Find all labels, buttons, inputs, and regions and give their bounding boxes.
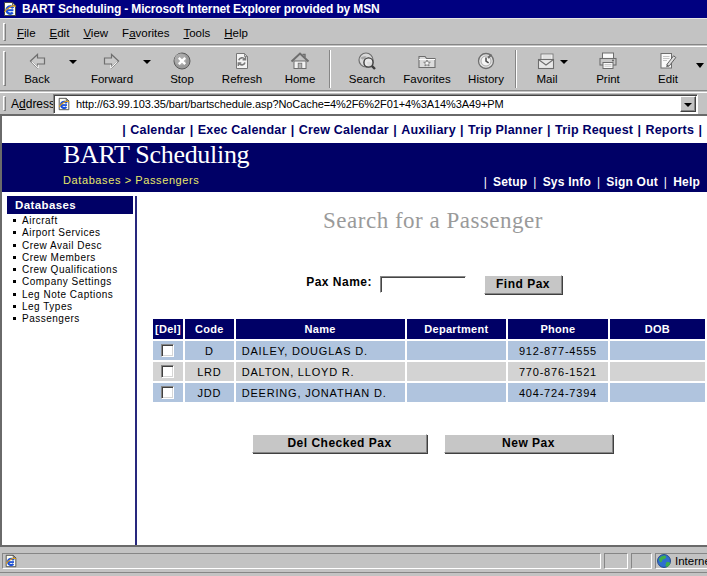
cell-code: LRD [185, 362, 234, 381]
row-checkbox[interactable] [161, 365, 174, 378]
del-checked-pax-button[interactable]: Del Checked Pax [252, 434, 427, 453]
mail-dropdown-arrow[interactable] [560, 60, 568, 64]
mail-button[interactable]: Mail [519, 49, 575, 89]
find-pax-button[interactable]: Find Pax [484, 275, 562, 294]
stop-button[interactable]: Stop [154, 49, 210, 89]
menu-help[interactable]: Help [217, 26, 255, 40]
home-button[interactable]: Home [272, 49, 328, 89]
web-page: |Calendar|Exec Calendar|Crew Calendar|Au… [2, 116, 707, 545]
cell-dob [610, 341, 705, 360]
pax-name-label: Pax Name: [222, 275, 372, 289]
menu-view[interactable]: View [76, 26, 115, 40]
forward-dropdown-arrow[interactable] [143, 60, 151, 64]
row-checkbox[interactable] [161, 344, 174, 357]
nav-trip-planner[interactable]: Trip Planner [468, 123, 543, 137]
refresh-button[interactable]: Refresh [214, 49, 270, 89]
cell-name: DALTON, LLOYD R. [236, 362, 405, 381]
bullet-icon [13, 293, 16, 296]
cell-department [407, 383, 507, 402]
cell-phone: 912-877-4555 [508, 341, 608, 360]
status-zone-pane: Internet [655, 553, 707, 569]
pax-name-input[interactable] [380, 276, 466, 293]
address-dropdown-button[interactable] [680, 96, 696, 112]
back-button[interactable]: Back [9, 49, 65, 89]
sidebar-item-crew-members[interactable]: Crew Members [13, 252, 118, 264]
banner-links: |Setup|Sys Info|Sign Out|Help [478, 175, 700, 189]
sidebar-item-label: Company Settings [22, 276, 112, 287]
sidebar-item-company-settings[interactable]: Company Settings [13, 276, 118, 288]
status-zone-label: Internet [675, 555, 707, 567]
header-del: [Del] [153, 319, 183, 339]
new-pax-button[interactable]: New Pax [444, 434, 613, 453]
header-dob: DOB [610, 319, 705, 339]
sidebar-item-passengers[interactable]: Passengers [13, 313, 118, 325]
history-icon [476, 51, 496, 71]
status-main-pane [2, 553, 601, 569]
header-name: Name [236, 319, 405, 339]
sidebar-item-crew-avail-desc[interactable]: Crew Avail Desc [13, 240, 118, 252]
sidebar-item-leg-note-captions[interactable]: Leg Note Captions [13, 289, 118, 301]
ie-app-icon [2, 1, 18, 17]
sidebar-item-crew-qualifications[interactable]: Crew Qualifications [13, 264, 118, 276]
address-grip[interactable] [3, 96, 6, 111]
menu-file[interactable]: File [10, 26, 43, 40]
link-sign-out[interactable]: Sign Out [606, 175, 658, 189]
back-icon [27, 51, 47, 71]
history-button[interactable]: History [458, 49, 514, 89]
page-title: Search for a Passenger [153, 208, 707, 234]
sidebar-item-label: Crew Members [22, 252, 96, 263]
address-input[interactable]: http://63.99.103.35/bart/bartschedule.as… [53, 94, 698, 114]
passenger-table: [Del] Code Name Department Phone DOB D D… [151, 317, 707, 404]
menu-tools[interactable]: Tools [176, 26, 217, 40]
cell-department [407, 341, 507, 360]
print-button[interactable]: Print [580, 49, 636, 89]
search-button[interactable]: Search [339, 49, 395, 89]
sidebar-header: Databases [7, 196, 133, 214]
sidebar-item-airport-services[interactable]: Airport Services [13, 227, 118, 239]
bullet-icon [13, 280, 16, 283]
sidebar-divider [135, 196, 137, 545]
link-sys-info[interactable]: Sys Info [543, 175, 591, 189]
sidebar-item-label: Crew Avail Desc [22, 240, 102, 251]
cell-dob [610, 383, 705, 402]
nav-reports[interactable]: Reports [645, 123, 694, 137]
stop-icon [172, 51, 192, 71]
sidebar-item-aircraft[interactable]: Aircraft [13, 215, 118, 227]
menu-edit[interactable]: Edit [43, 26, 77, 40]
nav-crew-calendar[interactable]: Crew Calendar [299, 123, 389, 137]
link-help[interactable]: Help [673, 175, 700, 189]
bullet-icon [13, 268, 16, 271]
internet-globe-icon [657, 554, 671, 568]
bullet-icon [13, 256, 16, 259]
back-dropdown-arrow[interactable] [69, 60, 77, 64]
row-checkbox[interactable] [161, 386, 174, 399]
nav-calendar[interactable]: Calendar [130, 123, 185, 137]
edit-icon [658, 51, 678, 71]
sidebar-item-leg-types[interactable]: Leg Types [13, 301, 118, 313]
table-row: JDD DEERING, JONATHAN D. 404-724-7394 [153, 383, 705, 402]
status-pane-3 [631, 553, 652, 569]
bullet-icon [13, 219, 16, 222]
forward-button[interactable]: Forward [84, 49, 140, 89]
window-title: BART Scheduling - Microsoft Internet Exp… [20, 2, 380, 17]
edit-button[interactable]: Edit [640, 49, 696, 89]
browser-viewport: |Calendar|Exec Calendar|Crew Calendar|Au… [0, 114, 707, 547]
address-url: http://63.99.103.35/bart/bartschedule.as… [76, 98, 504, 110]
address-page-icon [57, 97, 71, 111]
menu-bar: File Edit View Favorites Tools Help [0, 18, 707, 45]
link-setup[interactable]: Setup [493, 175, 527, 189]
nav-exec-calendar[interactable]: Exec Calendar [198, 123, 287, 137]
menu-favorites[interactable]: Favorites [115, 26, 176, 40]
cell-name: DAILEY, DOUGLAS D. [236, 341, 405, 360]
toolbar-overflow-chevron[interactable] [696, 63, 704, 68]
nav-auxiliary[interactable]: Auxiliary [401, 123, 456, 137]
refresh-icon [232, 51, 252, 71]
address-label: Address [11, 97, 55, 111]
search-icon [357, 51, 377, 71]
favorites-button[interactable]: Favorites [399, 49, 455, 89]
table-row: LRD DALTON, LLOYD R. 770-876-1521 [153, 362, 705, 381]
nav-trip-request[interactable]: Trip Request [555, 123, 633, 137]
menu-grip[interactable] [3, 23, 6, 41]
toolbar-grip[interactable] [3, 51, 6, 86]
table-header-row: [Del] Code Name Department Phone DOB [153, 319, 705, 339]
